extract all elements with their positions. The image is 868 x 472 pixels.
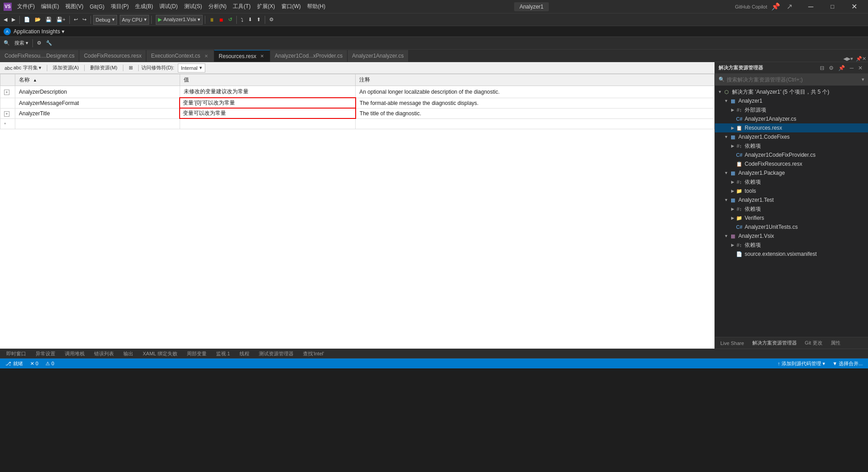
undo[interactable]: ↩ — [72, 15, 80, 25]
bp-tab-output[interactable]: 输出 — [119, 349, 138, 358]
table-view-btn[interactable]: ⊞ — [126, 64, 136, 73]
share-button[interactable]: ↗ — [784, 2, 794, 12]
step-over[interactable]: ⤵ — [239, 15, 245, 25]
row-name[interactable]: AnalyzerMessageFormat — [15, 98, 180, 108]
tree-codefixes-proj[interactable]: ▼ ▦ Analyzer1.CodeFixes — [715, 132, 868, 141]
row-comment[interactable]: An optional longer localizable descripti… — [356, 86, 714, 98]
pin-button[interactable]: 📌 — [771, 2, 781, 12]
menu-test[interactable]: 测试(S) — [181, 2, 205, 11]
menu-analyze[interactable]: 分析(N) — [206, 2, 230, 11]
tree-codefixes-resx[interactable]: 📋 CodeFixResources.resx — [715, 159, 868, 168]
stop-btn[interactable]: ⏹ — [217, 15, 226, 25]
close-button[interactable]: ✕ — [844, 0, 864, 14]
bp-tab-callstack[interactable]: 调用堆栈 — [60, 349, 89, 358]
tree-test-verifiers[interactable]: ▶ 📁 Verifiers — [715, 213, 868, 222]
tab-resources-resx[interactable]: Resources.resx ✕ — [214, 50, 270, 62]
tree-vsix-manifest[interactable]: 📄 source.extension.vsixmanifest — [715, 250, 868, 259]
bp-tab-errors[interactable]: 错误列表 — [90, 349, 118, 358]
tab-codefixprovider[interactable]: Analyzer1Cod...xProvider.cs — [270, 50, 348, 62]
table-row[interactable]: + AnalyzerTitle 变量可以改为常量 The title of th… — [0, 108, 714, 118]
tab-analyzer[interactable]: Analyzer1Analyzer.cs — [348, 50, 409, 62]
bp-tab-threads[interactable]: 线程 — [235, 349, 254, 358]
bp-tab-find[interactable]: 查找'Intel' — [298, 349, 329, 358]
select-merge[interactable]: ▼ 选择合并... — [831, 359, 864, 368]
tab-scroll-right[interactable]: ▶ — [847, 56, 850, 62]
expand-icon[interactable]: + — [4, 90, 9, 95]
menu-edit[interactable]: 编辑(E) — [38, 2, 62, 11]
tree-analyzer1-resx[interactable]: ▶ 📋 Resources.resx — [715, 123, 868, 132]
row-value-editing[interactable]: 变量'{0}'可以改为常量 — [180, 98, 355, 108]
settings-btn[interactable]: ⚙ — [267, 15, 276, 25]
tree-codefixes-refs[interactable]: ▶ #↕ 依赖项 — [715, 141, 868, 150]
save-file[interactable]: 💾 — [44, 15, 54, 25]
tab-scroll-left[interactable]: ◀ — [843, 56, 847, 62]
tree-analyzer1-analyzer[interactable]: C# Analyzer1Analyzer.cs — [715, 114, 868, 123]
close-tab-icon[interactable]: ✕ — [203, 53, 209, 59]
row-comment[interactable]: The format-able message the diagnostic d… — [356, 98, 714, 108]
search-btn[interactable]: 搜索 ▾ — [13, 38, 30, 48]
open-file[interactable]: 📂 — [33, 15, 43, 25]
col-name-header[interactable]: 名称 ▲ — [15, 74, 180, 86]
find-btn[interactable]: 🔍 — [2, 38, 12, 48]
step-into[interactable]: ⬇ — [246, 15, 254, 25]
config-dropdown[interactable]: Debug ▾ — [93, 15, 117, 25]
row-name[interactable]: AnalyzerTitle — [15, 108, 180, 118]
se-collapse-all[interactable]: ⊟ — [818, 64, 826, 72]
tab-codefixresx[interactable]: CodeFixResources.resx — [79, 50, 146, 62]
redo[interactable]: ↪ — [81, 15, 88, 25]
se-settings[interactable]: ⚙ — [827, 64, 836, 72]
tree-analyzer1-refs[interactable]: ▶ #↕ 外部源项 — [715, 105, 868, 114]
se-minimize[interactable]: ─ — [848, 64, 855, 72]
tree-test-refs[interactable]: ▶ #↕ 依赖项 — [715, 204, 868, 213]
close-tab-active-icon[interactable]: ✕ — [259, 53, 265, 59]
menu-window[interactable]: 窗口(W) — [279, 2, 303, 11]
se-pin[interactable]: 📌 — [856, 56, 862, 62]
tree-vsix-refs[interactable]: ▶ #↕ 依赖项 — [715, 241, 868, 250]
new-comment[interactable] — [356, 118, 714, 129]
remove-resource-btn[interactable]: 删除资源(M) — [87, 64, 120, 73]
resource-table[interactable]: 名称 ▲ 值 注释 + AnalyzerDescripti — [0, 74, 714, 349]
tab-executioncontext[interactable]: ExecutionContext.cs ✕ — [146, 50, 214, 62]
tree-test-proj[interactable]: ▼ ▦ Analyzer1.Test — [715, 195, 868, 204]
bp-tab-instant[interactable]: 即时窗口 — [2, 349, 31, 358]
tree-package-proj[interactable]: ▼ ▦ Analyzer1.Package — [715, 168, 868, 177]
menu-file[interactable]: 文件(F) — [14, 2, 37, 11]
expand-icon[interactable]: + — [4, 111, 9, 117]
menu-project[interactable]: 项目(P) — [108, 2, 131, 11]
extra-btn2[interactable]: 🔧 — [44, 38, 54, 48]
tab-codefixdesigner[interactable]: CodeFixResou....Designer.cs — [0, 50, 79, 62]
col-value-header[interactable]: 值 — [180, 74, 355, 86]
appinsights-label[interactable]: Application Insights ▾ — [14, 28, 64, 35]
se-search-input[interactable] — [727, 77, 860, 83]
menu-build[interactable]: 生成(B) — [132, 2, 156, 11]
tree-codefixes-provider[interactable]: C# Analyzer1CodeFixProvider.cs — [715, 150, 868, 159]
minimize-button[interactable]: ─ — [800, 0, 821, 14]
access-dropdown[interactable]: Internal ▾ — [178, 64, 205, 73]
bp-tab-xaml[interactable]: XAML 绑定失败 — [138, 349, 182, 358]
nav-back[interactable]: ◀ — [2, 15, 9, 25]
tree-solution[interactable]: ▼ ⬡ 解决方案 'Analyzer1' (5 个项目，共 5 个) — [715, 87, 868, 96]
tree-vsix-proj[interactable]: ▼ ▦ Analyzer1.Vsix — [715, 231, 868, 241]
row-value-editing[interactable]: 变量可以改为常量 — [180, 108, 355, 118]
tree-package-refs[interactable]: ▶ #↕ 依赖项 — [715, 177, 868, 186]
row-value[interactable]: 未修改的变量建议改为常量 — [180, 86, 355, 98]
pause-btn[interactable]: ⏸ — [208, 15, 216, 25]
add-resource-btn[interactable]: 添加资源(A) — [50, 64, 82, 73]
se-btab-git-changes[interactable]: Git 更改 — [801, 338, 826, 348]
step-out[interactable]: ⬆ — [255, 15, 262, 25]
se-pin-btn[interactable]: 📌 — [836, 64, 847, 72]
menu-view[interactable]: 视图(V) — [63, 2, 86, 11]
bp-tab-exceptions[interactable]: 异常设置 — [31, 349, 60, 358]
new-value[interactable] — [180, 118, 355, 129]
se-btab-properties[interactable]: 属性 — [827, 338, 844, 348]
tree-package-tools[interactable]: ▶ 📁 tools — [715, 186, 868, 195]
status-git[interactable]: ⎇ 就绪 — [4, 359, 25, 368]
charset-btn[interactable]: abc abc 字符集 ▾ — [2, 64, 44, 73]
extra-btn1[interactable]: ⚙ — [35, 38, 43, 48]
add-to-source[interactable]: ↑ 添加到源代码管理 ▾ — [776, 359, 827, 368]
se-close-btn[interactable]: ✕ — [856, 64, 864, 72]
menu-extensions[interactable]: 扩展(X) — [254, 2, 278, 11]
se-close[interactable]: ✕ — [862, 56, 866, 62]
table-row[interactable]: + AnalyzerDescription 未修改的变量建议改为常量 An op… — [0, 86, 714, 98]
bp-tab-test-explorer[interactable]: 测试资源管理器 — [254, 349, 298, 358]
